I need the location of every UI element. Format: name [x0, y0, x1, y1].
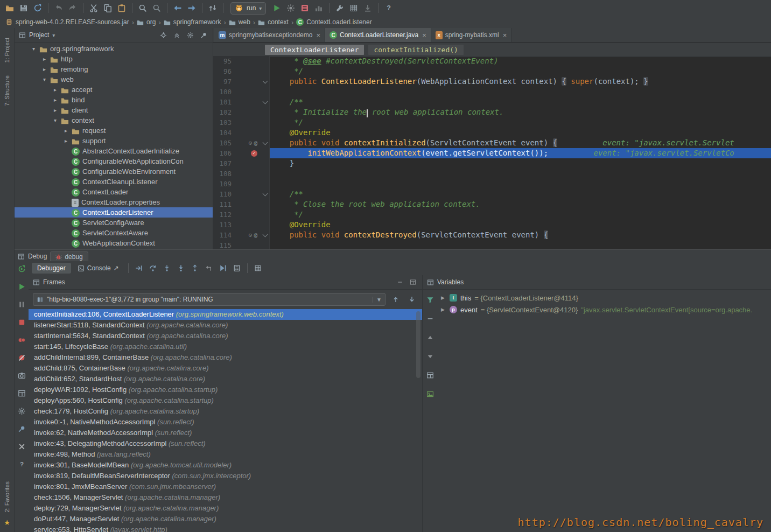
- frames-scrollbar[interactable]: [416, 311, 420, 378]
- frame-row-12[interactable]: invoke:43, DelegatingMethodAccessorImpl …: [29, 438, 422, 449]
- synchronize-button[interactable]: [31, 2, 44, 15]
- override-marker-icon[interactable]: ⊙: [249, 232, 253, 238]
- frames-hide-button[interactable]: [395, 277, 405, 287]
- expand-arrow-icon[interactable]: ▶: [441, 295, 446, 300]
- stop-button[interactable]: [15, 316, 28, 328]
- frame-row-7[interactable]: deployWAR:1092, HostConfig (org.apache.c…: [29, 384, 422, 395]
- find-button[interactable]: [136, 2, 149, 15]
- copy-button[interactable]: [101, 2, 114, 15]
- evaluate-expression-button[interactable]: [230, 262, 243, 274]
- tree-expand-icon[interactable]: ▸: [52, 97, 58, 103]
- show-execution-point-button[interactable]: [132, 262, 145, 274]
- view-breakpoints-button[interactable]: [15, 333, 28, 346]
- breadcrumb-method[interactable]: contextInitialized(): [368, 45, 464, 55]
- editor-tab-springmybatisexceptiondemo[interactable]: mspringmybatisexceptiondemo×: [214, 28, 325, 42]
- collapse-all-button[interactable]: [172, 30, 181, 40]
- help-button[interactable]: [382, 2, 395, 15]
- tool-window-button-1-project[interactable]: 1: Project: [4, 38, 10, 62]
- frame-row-13[interactable]: invoke:498, Method (java.lang.reflect): [29, 449, 422, 460]
- tree-item-contextcleanuplistener[interactable]: CContextCleanupListener: [15, 177, 213, 187]
- debug-session-tab[interactable]: debug: [50, 251, 88, 262]
- scroll-down-button[interactable]: [424, 350, 437, 363]
- tree-item-configurablewebenvironment[interactable]: CConfigurableWebEnvironment: [15, 166, 213, 177]
- step-out-button[interactable]: [188, 262, 201, 274]
- tree-expand-icon[interactable]: ▸: [52, 107, 58, 113]
- copy-frames-button[interactable]: [424, 369, 437, 382]
- export-image-button[interactable]: [424, 388, 437, 401]
- tree-item-bind[interactable]: ▸bind: [15, 95, 213, 105]
- frame-row-2[interactable]: startInternal:5634, StandardContext (org…: [29, 331, 422, 341]
- frame-row-16[interactable]: invoke:801, JmxMBeanServer (com.sun.jmx.…: [29, 481, 422, 492]
- force-step-into-button[interactable]: [174, 262, 187, 274]
- project-view-caret-icon[interactable]: ▾: [52, 32, 55, 38]
- tree-expand-icon[interactable]: ▸: [41, 56, 47, 62]
- override-marker-icon[interactable]: ⊙: [249, 140, 253, 146]
- tree-item-servletcontextaware[interactable]: CServletContextAware: [15, 228, 213, 238]
- close-tab-icon[interactable]: ×: [316, 31, 320, 39]
- tree-expand-icon[interactable]: ▸: [63, 138, 69, 144]
- tree-expand-icon[interactable]: ▸: [41, 66, 47, 72]
- frame-row-19[interactable]: doPut:447, ManagerServlet (org.apache.ca…: [29, 514, 422, 524]
- back-button[interactable]: [171, 2, 184, 15]
- tree-item-remoting[interactable]: ▸remoting: [15, 64, 213, 74]
- breadcrumb-item-contextloaderlistener[interactable]: CContextLoaderListener: [295, 18, 373, 26]
- step-over-button[interactable]: [146, 262, 159, 274]
- tool-window-button-2-favorites[interactable]: 2: Favorites: [4, 481, 10, 512]
- tree-item-contextloader-properties[interactable]: ≡ContextLoader.properties: [15, 197, 213, 207]
- run-configuration-select[interactable]: run▾: [230, 2, 266, 15]
- variable-row-event[interactable]: ▶pevent = {ServletContextEvent@4120} "ja…: [423, 304, 771, 316]
- fold-arrow-icon[interactable]: [260, 234, 270, 236]
- frame-row-4[interactable]: addChildInternal:899, ContainerBase (org…: [29, 352, 422, 363]
- frame-row-9[interactable]: check:1779, HostConfig (org.apache.catal…: [29, 406, 422, 417]
- pin-button[interactable]: [15, 422, 28, 435]
- rerun-button[interactable]: [15, 262, 28, 275]
- tree-item-support[interactable]: ▸support: [15, 136, 213, 146]
- tree-item-accept[interactable]: ▸accept: [15, 85, 213, 95]
- close-debug-button[interactable]: [15, 440, 28, 453]
- close-tab-icon[interactable]: ×: [422, 31, 426, 39]
- hide-panel-button[interactable]: [199, 30, 208, 40]
- breadcrumb-item-springframework[interactable]: springframework: [163, 18, 222, 26]
- tree-item-contextloaderlistener[interactable]: CContextLoaderListener: [15, 207, 213, 218]
- frame-row-8[interactable]: deployApps:560, HostConfig (org.apache.c…: [29, 395, 422, 406]
- frame-row-0[interactable]: contextInitialized:106, ContextLoaderLis…: [29, 309, 422, 320]
- tree-expand-icon[interactable]: ▸: [63, 128, 69, 134]
- export-settings-button[interactable]: [347, 2, 360, 15]
- run-button[interactable]: [270, 2, 283, 15]
- tree-item-client[interactable]: ▸client: [15, 105, 213, 115]
- tree-item-http[interactable]: ▸http: [15, 54, 213, 64]
- frame-row-10[interactable]: invoke0:-1, NativeMethodAccessorImpl (su…: [29, 417, 422, 428]
- redo-button[interactable]: [66, 2, 79, 15]
- fold-arrow-icon[interactable]: [260, 81, 270, 83]
- tab-console[interactable]: Console↗: [72, 263, 124, 274]
- scroll-up-button[interactable]: [424, 331, 437, 344]
- run-with-coverage-button[interactable]: [284, 2, 297, 15]
- frame-row-17[interactable]: check:1506, ManagerServlet (org.apache.c…: [29, 492, 422, 503]
- debug-settings-button[interactable]: [15, 404, 28, 417]
- code-editor[interactable]: 95 * @see #contextDestroyed(ServletConte…: [213, 56, 771, 249]
- settings-button[interactable]: [333, 2, 346, 15]
- tree-item-abstractcontextloaderinitialize[interactable]: CAbstractContextLoaderInitialize: [15, 146, 213, 156]
- pause-button[interactable]: [15, 298, 28, 311]
- tree-item-request[interactable]: ▸request: [15, 125, 213, 136]
- tree-item-servletconfigaware[interactable]: CServletConfigAware: [15, 218, 213, 228]
- cut-button[interactable]: [87, 2, 100, 15]
- frame-row-20[interactable]: service:653, HttpServlet (javax.servlet.…: [29, 524, 422, 532]
- tree-item-org-springframework[interactable]: ▾org.springframework: [15, 44, 213, 54]
- fold-arrow-icon[interactable]: [260, 193, 270, 195]
- breakpoint-hit-icon[interactable]: ✓: [251, 150, 257, 157]
- threads-filter-button[interactable]: [424, 293, 437, 306]
- thread-dropdown-caret-icon[interactable]: ▼: [373, 297, 382, 303]
- tool-window-button-7-structure[interactable]: 7: Structure: [4, 75, 10, 106]
- breadcrumb-class[interactable]: ContextLoaderListener: [265, 45, 364, 55]
- frame-row-5[interactable]: addChild:875, ContainerBase (org.apache.…: [29, 363, 422, 374]
- breadcrumb-item-org[interactable]: org: [136, 18, 157, 26]
- breadcrumb-item-context[interactable]: context: [257, 18, 290, 26]
- forward-button[interactable]: [185, 2, 198, 15]
- tree-item-configurablewebapplicationcon[interactable]: CConfigurableWebApplicationCon: [15, 156, 213, 166]
- editor-tab-spring-mybatis-xml[interactable]: xspring-mybatis.xml×: [431, 28, 512, 42]
- frames-float-button[interactable]: [408, 277, 418, 287]
- chart-button[interactable]: [312, 2, 325, 15]
- thread-selector[interactable]: "http-bio-8080-exec-1"@3,772 in group "m…: [33, 293, 386, 306]
- import-button[interactable]: [361, 2, 374, 15]
